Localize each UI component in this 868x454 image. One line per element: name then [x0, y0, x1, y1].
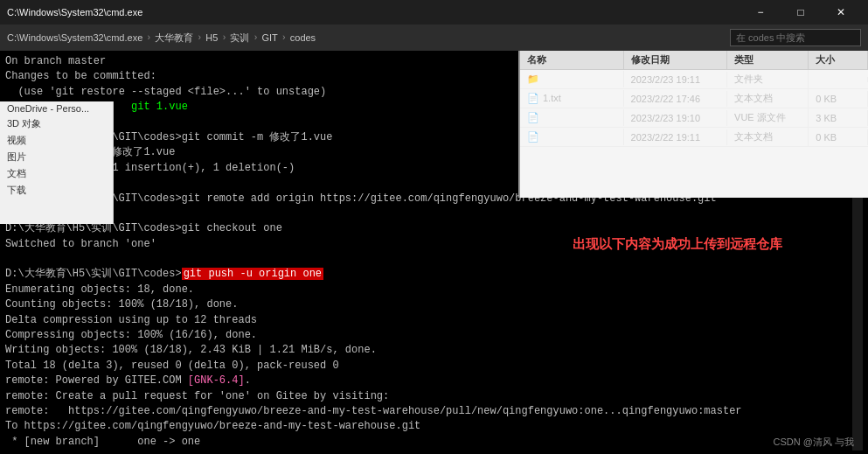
- file-date-2: 2023/2/22 17:46: [624, 91, 728, 107]
- maximize-button[interactable]: □: [781, 0, 821, 24]
- csdn-watermark: CSDN @清风 与我: [774, 436, 854, 449]
- explorer-header: 名称 修改日期 类型 大小: [520, 51, 868, 70]
- addr-codes: codes: [290, 32, 316, 43]
- sidebar-onedrive[interactable]: OneDrive - Perso...: [0, 101, 113, 115]
- explorer-row-folder[interactable]: 📁 2023/2/23 19:11 文件夹: [520, 70, 868, 89]
- terminal-body: OneDrive - Perso... 3D 对象 视频 图片 文档 下载 名称…: [0, 51, 868, 454]
- file-name-txt: 📄1.txt: [520, 90, 624, 107]
- explorer-row-vue[interactable]: 📄 2023/2/23 19:10 VUE 源文件 3 KB: [520, 108, 868, 128]
- sidebar-picture[interactable]: 图片: [0, 149, 113, 165]
- cmd-window: C:\Windows\System32\cmd.exe − □ ✕ C:\Win…: [0, 0, 868, 454]
- txt2-icon: 📄: [527, 131, 539, 142]
- addr-h5: H5: [205, 32, 218, 43]
- file-name-folder: 📁: [520, 71, 624, 87]
- file-date-3: 2023/2/23 19:10: [624, 110, 728, 126]
- file-size-4: 0 KB: [809, 129, 868, 145]
- file-size-2: 0 KB: [809, 91, 868, 107]
- file-date-1: 2023/2/23 19:11: [624, 72, 728, 87]
- addr-arrow-3: ›: [221, 33, 226, 43]
- sidebar-download[interactable]: 下载: [0, 182, 113, 199]
- addr-git: GIT: [261, 32, 277, 43]
- addr-arrow-2: ›: [197, 33, 202, 43]
- left-panel: OneDrive - Perso... 3D 对象 视频 图片 文档 下载: [0, 101, 114, 224]
- file-name-txt2: 📄: [520, 129, 624, 145]
- sidebar-doc[interactable]: 文档: [0, 165, 113, 182]
- addr-dh: 大华教育: [155, 31, 193, 45]
- txt-icon: 📄: [527, 93, 539, 103]
- file-type-2: 文本文档: [727, 89, 809, 108]
- folder-icon: 📁: [527, 73, 539, 84]
- explorer-row-txt[interactable]: 📄1.txt 2023/2/22 17:46 文本文档 0 KB: [520, 89, 868, 108]
- file-size-3: 3 KB: [809, 110, 868, 126]
- file-type-4: 文本文档: [727, 128, 809, 146]
- addr-arrow-5: ›: [281, 33, 287, 43]
- sidebar-video[interactable]: 视频: [0, 132, 113, 149]
- search-input[interactable]: [730, 29, 861, 46]
- explorer-row-txt2[interactable]: 📄 2023/2/22 19:11 文本文档 0 KB: [520, 128, 868, 147]
- file-type-1: 文件夹: [727, 70, 809, 88]
- addr-sx: 实训: [230, 31, 249, 45]
- close-button[interactable]: ✕: [821, 0, 861, 24]
- file-type-3: VUE 源文件: [727, 108, 809, 127]
- col-size: 大小: [809, 51, 868, 69]
- file-name-vue: 📄: [520, 109, 624, 126]
- highlighted-command: git push -u origin one: [182, 268, 323, 280]
- addr-arrow-4: ›: [253, 33, 258, 43]
- title-bar-text: C:\Windows\System32\cmd.exe: [7, 7, 740, 17]
- col-type: 类型: [727, 51, 809, 69]
- title-bar: C:\Windows\System32\cmd.exe − □ ✕: [0, 0, 868, 24]
- file-size-1: [809, 77, 868, 82]
- sidebar-3d[interactable]: 3D 对象: [0, 115, 113, 132]
- file-date-4: 2023/2/22 19:11: [624, 129, 728, 145]
- minimize-button[interactable]: −: [740, 0, 781, 24]
- window-controls: − □ ✕: [740, 0, 861, 24]
- col-date: 修改日期: [624, 51, 728, 69]
- col-name: 名称: [520, 51, 624, 69]
- address-bar: C:\Windows\System32\cmd.exe › 大华教育 › H5 …: [0, 24, 868, 51]
- file-explorer-overlay: 名称 修改日期 类型 大小 📁 2023/2/23 19:11 文件夹 📄1.t…: [518, 51, 868, 198]
- addr-arrow-1: ›: [146, 33, 151, 43]
- addr-cmd: C:\Windows\System32\cmd.exe: [7, 32, 142, 43]
- vue-icon: 📄: [527, 112, 539, 122]
